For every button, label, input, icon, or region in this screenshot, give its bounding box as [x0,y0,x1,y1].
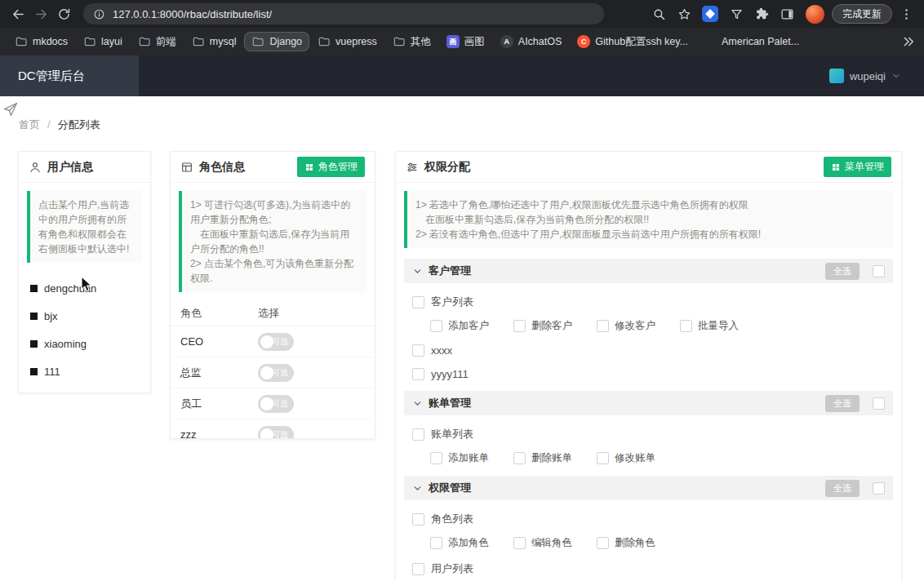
extensions-button[interactable] [750,2,773,25]
role-row[interactable]: zzz可选 [171,419,375,439]
menu-manage-button[interactable]: 菜单管理 [824,157,891,177]
send-icon[interactable] [2,101,19,118]
person-icon [29,161,42,174]
bookmark-star-button[interactable] [673,2,695,25]
permission-label: 批量导入 [698,319,739,333]
permission-checkbox[interactable] [412,428,424,441]
permission-child-item: 删除角色 [597,536,655,550]
select-all-checkbox[interactable] [873,482,885,495]
select-all-checkbox[interactable] [873,397,885,410]
site-info-icon[interactable] [93,8,105,20]
switch-label: 可选 [272,367,288,379]
back-button[interactable] [7,2,29,25]
folder-icon [83,35,96,48]
folder-icon [393,35,406,48]
folder-icon [318,35,331,48]
back-icon [11,7,25,21]
permission-checkbox[interactable] [680,320,692,332]
bookmark-label: Django [269,36,302,47]
permission-item: xxxx [412,344,893,357]
role-row[interactable]: 员工可选 [171,388,375,419]
permission-child-item: 编辑角色 [513,536,572,550]
permission-checkbox[interactable] [430,452,442,464]
bookmark-folder[interactable]: mysql [185,33,243,51]
bookmark-folder[interactable]: mkdocs [8,33,74,51]
bookmark-label: mkdocs [33,36,68,47]
bookmark-item[interactable]: AAIchatOS [494,33,569,51]
user-name: 111 [44,366,60,378]
puzzle-icon [755,7,769,21]
permission-label: 修改客户 [615,319,655,333]
role-select-switch[interactable]: 可选 [258,364,294,382]
permission-checkbox[interactable] [412,513,424,526]
role-manage-button[interactable]: 角色管理 [297,157,365,177]
side-panel-button[interactable] [775,2,798,25]
permission-checkbox[interactable] [412,368,424,380]
permission-child-item: 添加角色 [430,536,489,550]
select-all-button[interactable]: 全选 [825,395,860,412]
bookmarks-overflow-icon[interactable] [901,34,916,49]
user-item[interactable]: dengchuan [19,274,150,302]
site-favicon-icon: C [577,35,590,48]
role-select-switch[interactable]: 可选 [258,426,294,440]
bookmark-item[interactable]: 画画图 [440,33,491,51]
bookmark-folder[interactable]: Django [245,33,309,51]
role-select-switch[interactable]: 可选 [258,333,294,351]
bookmark-folder[interactable]: 其他 [386,33,438,51]
permission-checkbox[interactable] [412,563,424,575]
bookmark-item[interactable]: CGithub配置ssh key... [571,33,695,51]
select-all-button[interactable]: 全选 [825,480,860,497]
user-item[interactable]: 111 [19,357,150,385]
permission-group-header[interactable]: 权限管理全选 [404,476,893,500]
breadcrumb: 首页/分配列表 [19,118,924,132]
address-bar[interactable]: 127.0.0.1:8000/rbac/distribute/list/ [83,3,604,24]
permission-label: 用户列表 [431,561,473,576]
role-manage-label: 角色管理 [318,160,358,174]
site-favicon-icon: 画 [446,35,460,48]
user-item[interactable]: bjx [19,302,150,330]
refresh-button[interactable] [52,2,75,25]
update-button[interactable]: 完成更新 [832,4,892,24]
role-row[interactable]: 总监可选 [171,357,375,388]
permission-group: 客户管理全选客户列表添加客户删除客户修改客户批量导入xxxxyyyy111 [404,259,893,380]
permission-checkbox[interactable] [597,320,609,332]
user-item[interactable]: xiaoming [19,330,150,357]
browser-menu-button[interactable] [895,2,917,25]
bookmark-label: 其他 [411,35,431,49]
permission-child-item: 修改账单 [597,451,655,465]
panel-permissions-header: 权限分配 菜单管理 [396,152,901,183]
permission-checkbox[interactable] [597,452,609,464]
switch-knob-icon [260,335,273,348]
user-name: xiaoming [44,338,87,350]
permission-checkbox[interactable] [412,296,424,308]
extension-blue-icon[interactable] [702,6,718,22]
bookmark-folder[interactable]: vuepress [311,33,384,51]
bookmarks-items: mkdocslayui前端mysqlDjangovuepress其他画画图AAI… [8,33,806,51]
permission-checkbox[interactable] [597,537,609,549]
bookmark-folder[interactable]: 前端 [131,33,183,51]
permission-checkbox[interactable] [513,537,526,549]
permission-group-header[interactable]: 客户管理全选 [404,259,893,283]
permission-checkbox[interactable] [513,452,526,464]
permission-checkbox[interactable] [412,344,424,357]
breadcrumb-current: 分配列表 [58,118,100,131]
palette-favicon-icon [704,35,717,48]
permission-checkbox[interactable] [430,320,442,332]
permission-checkbox[interactable] [513,320,526,332]
permission-group-header[interactable]: 账单管理全选 [404,391,893,415]
bookmark-folder[interactable]: layui [77,33,129,51]
select-all-button[interactable]: 全选 [825,263,860,280]
bookmark-label: Github配置ssh key... [595,35,688,49]
role-select-switch[interactable]: 可选 [258,395,294,413]
filter-extension-button[interactable] [725,2,748,25]
forward-button[interactable] [29,2,52,25]
search-button[interactable] [647,2,670,25]
role-row[interactable]: CEO可选 [171,326,375,357]
permission-checkbox[interactable] [430,537,442,549]
bookmark-item[interactable]: American Palet... [697,33,806,51]
brand-logo[interactable]: DC管理后台 [0,55,139,96]
profile-avatar[interactable] [806,5,824,24]
user-menu[interactable]: wupeiqi [829,69,924,83]
breadcrumb-home[interactable]: 首页 [19,118,40,131]
select-all-checkbox[interactable] [873,265,885,277]
